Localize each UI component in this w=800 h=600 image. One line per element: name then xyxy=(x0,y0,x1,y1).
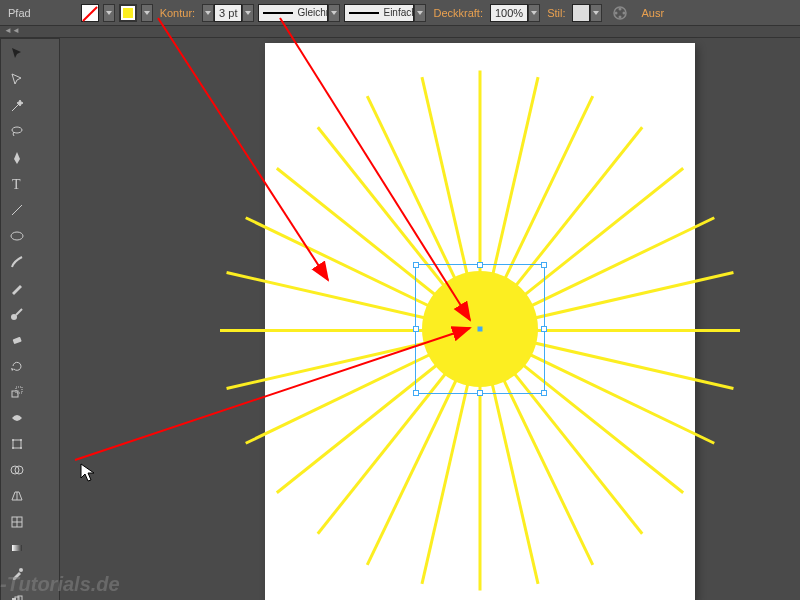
line-tool[interactable] xyxy=(4,198,30,222)
svg-point-2 xyxy=(623,11,626,14)
selection-tool[interactable] xyxy=(4,42,30,66)
paintbrush-tool[interactable] xyxy=(4,250,30,274)
blob-brush-tool[interactable] xyxy=(4,302,30,326)
svg-point-25 xyxy=(19,568,23,572)
svg-line-7 xyxy=(12,205,22,215)
lasso-tool[interactable] xyxy=(4,120,30,144)
scale-tool[interactable] xyxy=(4,380,30,404)
pencil-tool[interactable] xyxy=(4,276,30,300)
svg-point-1 xyxy=(619,7,622,10)
magic-wand-tool[interactable] xyxy=(4,94,30,118)
svg-rect-11 xyxy=(12,391,18,397)
svg-point-4 xyxy=(615,11,618,14)
free-transform-tool[interactable] xyxy=(4,432,30,456)
stroke-weight-value: 3 pt xyxy=(214,4,242,22)
svg-point-3 xyxy=(619,15,622,18)
mesh-tool[interactable] xyxy=(4,510,30,534)
brush-combo[interactable]: Einfach xyxy=(344,4,426,22)
canvas-area[interactable] xyxy=(60,38,800,600)
shape-builder-tool[interactable] xyxy=(4,458,30,482)
svg-point-17 xyxy=(20,447,22,449)
watermark: -Tutorials.de xyxy=(0,573,120,596)
width-tool[interactable] xyxy=(4,406,30,430)
opacity-value: 100% xyxy=(490,4,528,22)
gradient-tool[interactable] xyxy=(4,536,30,560)
pen-tool[interactable] xyxy=(4,146,30,170)
svg-point-8 xyxy=(11,232,23,240)
svg-rect-10 xyxy=(13,337,22,344)
align-label: Ausr xyxy=(641,7,664,19)
eraser-tool[interactable] xyxy=(4,328,30,352)
opacity-label: Deckkraft: xyxy=(433,7,483,19)
rotate-tool[interactable] xyxy=(4,354,30,378)
svg-rect-13 xyxy=(13,440,21,448)
opacity-combo[interactable]: 100% xyxy=(490,4,540,22)
svg-point-16 xyxy=(12,447,14,449)
direct-selection-tool[interactable] xyxy=(4,68,30,92)
svg-point-14 xyxy=(12,439,14,441)
stroke-weight-combo[interactable]: 3 pt xyxy=(202,4,254,22)
stroke-dropdown[interactable] xyxy=(141,4,153,22)
style-combo[interactable] xyxy=(572,4,602,22)
svg-text:T: T xyxy=(12,177,21,192)
svg-rect-12 xyxy=(16,387,22,393)
type-tool[interactable]: T xyxy=(4,172,30,196)
svg-rect-24 xyxy=(12,545,22,551)
perspective-tool[interactable] xyxy=(4,484,30,508)
object-type-label: Pfad xyxy=(8,7,31,19)
artboard[interactable] xyxy=(265,43,695,600)
selection-bounding-box[interactable] xyxy=(415,264,545,394)
panel-collapse-bar[interactable]: ◄◄ xyxy=(0,26,800,38)
stroke-profile-combo[interactable]: Gleichm. xyxy=(258,4,340,22)
fill-swatch[interactable] xyxy=(81,4,99,22)
control-bar: Pfad Kontur: 3 pt Gleichm. Einfach Deckk… xyxy=(0,0,800,26)
sun-artwork xyxy=(265,43,695,600)
fill-dropdown[interactable] xyxy=(103,4,115,22)
recolor-icon[interactable] xyxy=(607,1,633,25)
toolbox: T xyxy=(0,38,60,600)
style-label: Stil: xyxy=(547,7,565,19)
svg-point-15 xyxy=(20,439,22,441)
stroke-swatch[interactable] xyxy=(119,4,137,22)
stroke-label: Kontur: xyxy=(160,7,195,19)
ellipse-tool[interactable] xyxy=(4,224,30,248)
